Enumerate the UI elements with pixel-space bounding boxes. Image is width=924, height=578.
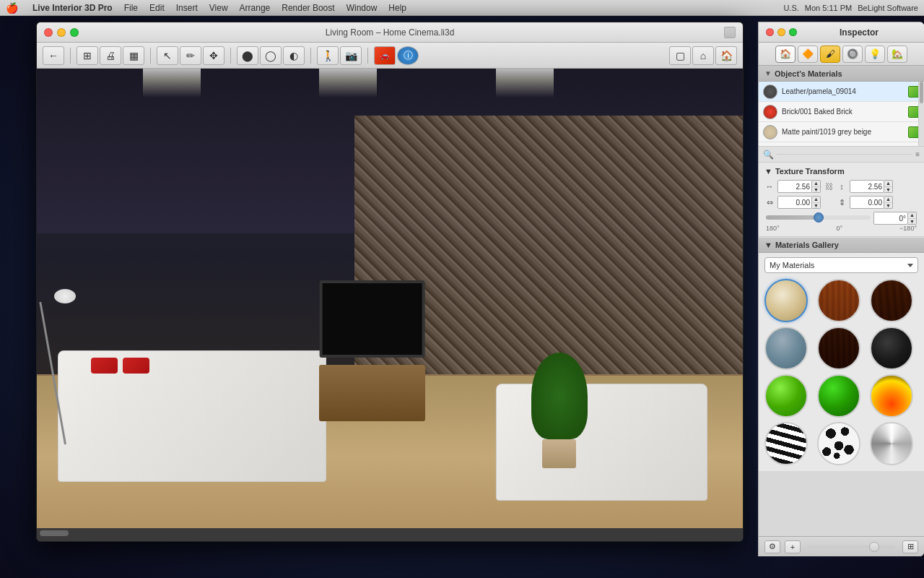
tab-paint[interactable]: 🖌 xyxy=(820,46,840,63)
rotation-input[interactable]: 0° xyxy=(873,212,908,225)
material-item-paint[interactable]: Matte paint/1019 grey beige xyxy=(759,122,924,142)
rotation-stepper[interactable]: ▲ ▼ xyxy=(908,212,917,225)
texture-transform-header: ▼ Texture Transform xyxy=(764,167,918,176)
menu-view[interactable]: View xyxy=(209,3,228,13)
materials-scrollbar[interactable] xyxy=(918,82,924,146)
filter-menu-icon[interactable]: ≡ xyxy=(915,150,920,158)
gallery-item-green2[interactable] xyxy=(817,374,860,418)
viewport-scrollbar[interactable] xyxy=(37,528,743,538)
print-button[interactable]: 🖨 xyxy=(100,46,121,65)
filter-bar: 🔍 ≡ xyxy=(759,147,924,163)
gallery-dropdown[interactable]: My Materials xyxy=(764,257,918,273)
gallery-item-green1[interactable] xyxy=(764,374,808,418)
menu-file[interactable]: File xyxy=(124,3,138,13)
insp-size-slider[interactable] xyxy=(808,545,895,548)
gallery-item-verydark[interactable] xyxy=(870,327,913,370)
rotation-track[interactable] xyxy=(766,215,871,220)
insp-min-button[interactable] xyxy=(777,28,785,36)
apple-menu[interactable]: 🍎 xyxy=(6,2,18,14)
offset-x-input[interactable]: 0.00 xyxy=(777,196,812,209)
rotation-up[interactable]: ▲ xyxy=(908,212,916,219)
offset-y-stepper[interactable]: ▲ ▼ xyxy=(884,196,893,209)
pan-tool[interactable]: ✥ xyxy=(203,46,225,65)
scale-row: ↔ 2.56 ▲ ▼ ⛓ ↕ 2.56 ▲ ▼ xyxy=(764,180,918,193)
gallery-item-beige[interactable] xyxy=(764,279,808,322)
gallery-item-chrome[interactable] xyxy=(870,422,913,465)
gallery-item-darkwood[interactable] xyxy=(817,327,860,370)
lamp-shade xyxy=(54,289,76,303)
tab-sphere[interactable]: 🔶 xyxy=(798,46,818,63)
offset-y-down[interactable]: ▼ xyxy=(884,203,892,209)
gallery-item-stone[interactable] xyxy=(764,327,808,370)
scale-x-up[interactable]: ▲ xyxy=(812,181,820,187)
camera-button[interactable]: 📷 xyxy=(340,46,362,65)
info-button[interactable]: ⓘ xyxy=(397,46,419,65)
tool-group: ↖ ✏ ✥ xyxy=(157,46,225,65)
insp-slider-thumb[interactable] xyxy=(869,542,879,552)
offset-x-up[interactable]: ▲ xyxy=(812,197,820,203)
menu-window[interactable]: Window xyxy=(346,3,378,13)
menu-edit[interactable]: Edit xyxy=(149,3,165,13)
person-button[interactable]: 🚶 xyxy=(317,46,339,65)
car-button[interactable]: 🚗 xyxy=(374,46,396,65)
floorplan-button[interactable]: ⊞ xyxy=(77,46,98,65)
view-2d[interactable]: ▢ xyxy=(669,46,691,65)
tab-house[interactable]: 🏡 xyxy=(887,46,907,63)
render-group: ⬤ ◯ ◐ xyxy=(237,46,305,65)
insp-close-button[interactable] xyxy=(766,28,774,36)
insp-add-button[interactable]: + xyxy=(785,540,801,553)
scale-x-input[interactable]: 2.56 xyxy=(777,180,812,193)
render-wire[interactable]: ◯ xyxy=(260,46,282,65)
materials-scroll-handle[interactable] xyxy=(920,82,923,103)
scale-x-down[interactable]: ▼ xyxy=(812,187,820,193)
tv-screen xyxy=(319,280,425,358)
offset-y-up[interactable]: ▲ xyxy=(884,197,892,203)
menu-arrange[interactable]: Arrange xyxy=(240,3,271,13)
render-flat[interactable]: ◐ xyxy=(283,46,305,65)
rotation-thumb[interactable] xyxy=(814,212,824,223)
minimize-button[interactable] xyxy=(57,28,66,37)
scale-y-input[interactable]: 2.56 xyxy=(850,180,884,193)
scale-x-stepper[interactable]: ▲ ▼ xyxy=(812,180,821,193)
insp-max-button[interactable] xyxy=(789,28,797,36)
render-solid[interactable]: ⬤ xyxy=(237,46,258,65)
material-item-leather[interactable]: Leather/pamela_09014 xyxy=(759,82,924,102)
offset-y-input[interactable]: 0.00 xyxy=(850,196,884,209)
offset-x-stepper[interactable]: ▲ ▼ xyxy=(812,196,821,209)
gallery-item-wood1[interactable] xyxy=(817,279,860,322)
rotation-slider-container[interactable] xyxy=(766,215,871,221)
back-button[interactable]: ← xyxy=(43,46,64,65)
rotation-zero-label: 0° xyxy=(837,225,843,232)
select-tool[interactable]: ↖ xyxy=(157,46,178,65)
app-name[interactable]: Live Interior 3D Pro xyxy=(32,3,113,13)
gallery-item-fire[interactable] xyxy=(870,374,913,418)
scale-y-up[interactable]: ▲ xyxy=(884,181,892,187)
menu-render[interactable]: Render Boost xyxy=(282,3,334,13)
material-item-brick[interactable]: Brick/001 Baked Brick xyxy=(759,102,924,122)
tab-material[interactable]: 🔘 xyxy=(842,46,863,63)
menu-insert[interactable]: Insert xyxy=(176,3,198,13)
mat-name-paint: Matte paint/1019 grey beige xyxy=(782,128,904,136)
maximize-button[interactable] xyxy=(70,28,79,37)
viewport[interactable] xyxy=(37,69,743,538)
close-button[interactable] xyxy=(44,28,53,37)
draw-tool[interactable]: ✏ xyxy=(180,46,201,65)
insp-settings-button[interactable]: ⚙ xyxy=(764,540,780,553)
gallery-item-wood2[interactable] xyxy=(870,279,913,322)
scrollbar-handle[interactable] xyxy=(40,530,69,536)
view-3d[interactable]: ⌂ xyxy=(692,46,714,65)
gallery-item-zebra[interactable] xyxy=(764,422,808,465)
layout-button[interactable]: ▦ xyxy=(123,46,144,65)
offset-x-down[interactable]: ▼ xyxy=(812,203,820,209)
scale-y-stepper[interactable]: ▲ ▼ xyxy=(884,180,893,193)
offset-row: ⇔ 0.00 ▲ ▼ i ⇕ 0.00 ▲ ▼ xyxy=(764,196,918,209)
gallery-item-spots[interactable] xyxy=(817,422,860,465)
tab-home[interactable]: 🏠 xyxy=(775,46,796,63)
rotation-down[interactable]: ▼ xyxy=(908,219,916,225)
home-view[interactable]: 🏠 xyxy=(715,46,737,65)
scale-y-down[interactable]: ▼ xyxy=(884,187,892,193)
insp-view-button[interactable]: ⊞ xyxy=(902,540,918,553)
menu-help[interactable]: Help xyxy=(388,3,406,13)
tab-light[interactable]: 💡 xyxy=(865,46,885,63)
resize-button[interactable] xyxy=(724,27,736,38)
